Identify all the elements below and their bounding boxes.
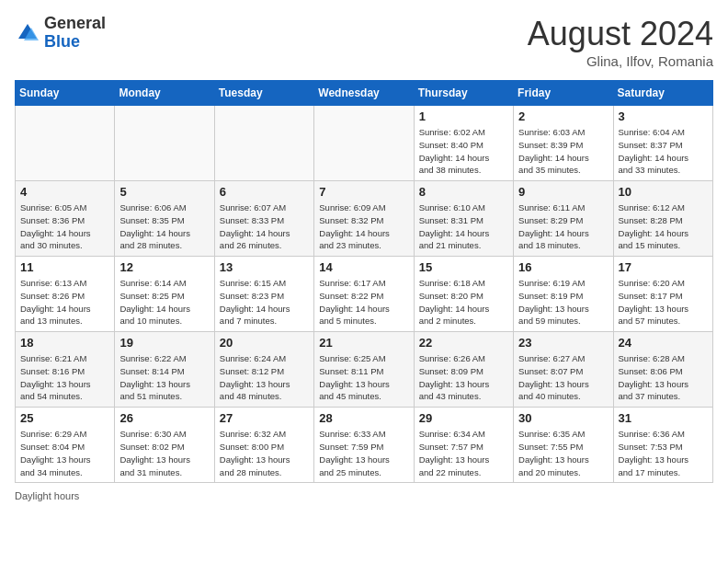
day-number: 27 — [220, 411, 309, 425]
calendar-cell: 29Sunrise: 6:34 AM Sunset: 7:57 PM Dayli… — [414, 408, 513, 483]
day-number: 17 — [619, 260, 708, 274]
day-number: 7 — [319, 185, 408, 199]
calendar-cell: 2Sunrise: 6:03 AM Sunset: 8:39 PM Daylig… — [514, 106, 613, 181]
calendar-cell: 25Sunrise: 6:29 AM Sunset: 8:04 PM Dayli… — [16, 408, 115, 483]
weekday-header-saturday: Saturday — [613, 81, 712, 106]
day-number: 19 — [119, 336, 209, 350]
calendar-cell: 22Sunrise: 6:26 AM Sunset: 8:09 PM Dayli… — [414, 332, 513, 408]
calendar-cell: 26Sunrise: 6:30 AM Sunset: 8:02 PM Dayli… — [115, 408, 214, 483]
calendar-week-row: 1Sunrise: 6:02 AM Sunset: 8:40 PM Daylig… — [16, 106, 713, 181]
day-number: 6 — [220, 185, 309, 199]
day-info: Sunrise: 6:27 AM Sunset: 8:07 PM Dayligh… — [518, 352, 608, 403]
day-info: Sunrise: 6:15 AM Sunset: 8:23 PM Dayligh… — [220, 277, 309, 327]
calendar-cell — [16, 106, 115, 181]
daylight-label: Daylight hours — [15, 490, 79, 501]
calendar-cell: 11Sunrise: 6:13 AM Sunset: 8:26 PM Dayli… — [16, 257, 115, 332]
day-info: Sunrise: 6:04 AM Sunset: 8:37 PM Dayligh… — [619, 126, 708, 177]
day-info: Sunrise: 6:32 AM Sunset: 8:00 PM Dayligh… — [220, 428, 309, 478]
day-info: Sunrise: 6:25 AM Sunset: 8:11 PM Dayligh… — [319, 352, 408, 403]
calendar-cell: 23Sunrise: 6:27 AM Sunset: 8:07 PM Dayli… — [514, 332, 613, 408]
day-info: Sunrise: 6:05 AM Sunset: 8:36 PM Dayligh… — [20, 201, 109, 252]
day-number: 25 — [20, 411, 109, 425]
calendar-cell: 4Sunrise: 6:05 AM Sunset: 8:36 PM Daylig… — [16, 181, 115, 257]
title-block: August 2024 Glina, Ilfov, Romania — [528, 15, 713, 69]
day-info: Sunrise: 6:34 AM Sunset: 7:57 PM Dayligh… — [419, 428, 508, 478]
calendar-week-row: 18Sunrise: 6:21 AM Sunset: 8:16 PM Dayli… — [16, 332, 713, 408]
calendar-cell: 20Sunrise: 6:24 AM Sunset: 8:12 PM Dayli… — [214, 332, 313, 408]
calendar-week-row: 25Sunrise: 6:29 AM Sunset: 8:04 PM Dayli… — [16, 408, 713, 483]
footer: Daylight hours — [15, 490, 713, 501]
calendar-cell: 13Sunrise: 6:15 AM Sunset: 8:23 PM Dayli… — [214, 257, 313, 332]
calendar-cell: 31Sunrise: 6:36 AM Sunset: 7:53 PM Dayli… — [613, 408, 712, 483]
day-number: 8 — [419, 185, 508, 199]
day-number: 24 — [619, 336, 708, 350]
day-number: 21 — [319, 336, 408, 350]
calendar-table: SundayMondayTuesdayWednesdayThursdayFrid… — [15, 80, 713, 483]
day-info: Sunrise: 6:10 AM Sunset: 8:31 PM Dayligh… — [419, 201, 508, 252]
weekday-header-tuesday: Tuesday — [214, 81, 313, 106]
day-number: 22 — [419, 336, 508, 350]
day-number: 11 — [20, 260, 109, 274]
day-info: Sunrise: 6:35 AM Sunset: 7:55 PM Dayligh… — [518, 428, 608, 478]
calendar-week-row: 4Sunrise: 6:05 AM Sunset: 8:36 PM Daylig… — [16, 181, 713, 257]
day-info: Sunrise: 6:21 AM Sunset: 8:16 PM Dayligh… — [20, 352, 109, 403]
calendar-cell — [115, 106, 214, 181]
calendar-cell — [214, 106, 313, 181]
month-year: August 2024 — [528, 15, 713, 53]
calendar-week-row: 11Sunrise: 6:13 AM Sunset: 8:26 PM Dayli… — [16, 257, 713, 332]
day-number: 12 — [119, 260, 209, 274]
day-number: 18 — [20, 336, 109, 350]
weekday-header-row: SundayMondayTuesdayWednesdayThursdayFrid… — [16, 81, 713, 106]
day-number: 15 — [419, 260, 508, 274]
day-info: Sunrise: 6:28 AM Sunset: 8:06 PM Dayligh… — [619, 352, 708, 403]
day-info: Sunrise: 6:26 AM Sunset: 8:09 PM Dayligh… — [419, 352, 508, 403]
day-number: 3 — [619, 109, 708, 123]
calendar-cell: 3Sunrise: 6:04 AM Sunset: 8:37 PM Daylig… — [613, 106, 712, 181]
day-info: Sunrise: 6:14 AM Sunset: 8:25 PM Dayligh… — [119, 277, 209, 327]
calendar-cell: 8Sunrise: 6:10 AM Sunset: 8:31 PM Daylig… — [414, 181, 513, 257]
day-number: 13 — [220, 260, 309, 274]
day-info: Sunrise: 6:11 AM Sunset: 8:29 PM Dayligh… — [518, 201, 608, 252]
logo: General Blue — [15, 15, 106, 52]
day-info: Sunrise: 6:07 AM Sunset: 8:33 PM Dayligh… — [220, 201, 309, 252]
calendar-cell: 16Sunrise: 6:19 AM Sunset: 8:19 PM Dayli… — [514, 257, 613, 332]
weekday-header-friday: Friday — [514, 81, 613, 106]
calendar-cell: 9Sunrise: 6:11 AM Sunset: 8:29 PM Daylig… — [514, 181, 613, 257]
day-number: 29 — [419, 411, 508, 425]
day-info: Sunrise: 6:02 AM Sunset: 8:40 PM Dayligh… — [419, 126, 508, 177]
calendar-cell: 10Sunrise: 6:12 AM Sunset: 8:28 PM Dayli… — [613, 181, 712, 257]
day-info: Sunrise: 6:36 AM Sunset: 7:53 PM Dayligh… — [619, 428, 708, 478]
day-number: 10 — [619, 185, 708, 199]
day-number: 20 — [220, 336, 309, 350]
weekday-header-sunday: Sunday — [16, 81, 115, 106]
calendar-cell: 1Sunrise: 6:02 AM Sunset: 8:40 PM Daylig… — [414, 106, 513, 181]
logo-general-text: General — [44, 14, 106, 32]
day-number: 5 — [119, 185, 209, 199]
day-info: Sunrise: 6:13 AM Sunset: 8:26 PM Dayligh… — [20, 277, 109, 327]
day-number: 1 — [419, 109, 508, 123]
day-number: 2 — [518, 109, 608, 123]
logo-blue-text: Blue — [44, 32, 80, 51]
day-number: 31 — [619, 411, 708, 425]
calendar-cell: 17Sunrise: 6:20 AM Sunset: 8:17 PM Dayli… — [613, 257, 712, 332]
day-number: 30 — [518, 411, 608, 425]
day-number: 16 — [518, 260, 608, 274]
calendar-cell: 21Sunrise: 6:25 AM Sunset: 8:11 PM Dayli… — [314, 332, 414, 408]
day-info: Sunrise: 6:17 AM Sunset: 8:22 PM Dayligh… — [319, 277, 408, 327]
calendar-cell: 15Sunrise: 6:18 AM Sunset: 8:20 PM Dayli… — [414, 257, 513, 332]
calendar-cell: 30Sunrise: 6:35 AM Sunset: 7:55 PM Dayli… — [514, 408, 613, 483]
day-info: Sunrise: 6:33 AM Sunset: 7:59 PM Dayligh… — [319, 428, 408, 478]
calendar-cell: 7Sunrise: 6:09 AM Sunset: 8:32 PM Daylig… — [314, 181, 414, 257]
day-info: Sunrise: 6:06 AM Sunset: 8:35 PM Dayligh… — [119, 201, 209, 252]
calendar-cell: 28Sunrise: 6:33 AM Sunset: 7:59 PM Dayli… — [314, 408, 414, 483]
day-info: Sunrise: 6:24 AM Sunset: 8:12 PM Dayligh… — [220, 352, 309, 403]
day-number: 28 — [319, 411, 408, 425]
day-number: 4 — [20, 185, 109, 199]
day-info: Sunrise: 6:20 AM Sunset: 8:17 PM Dayligh… — [619, 277, 708, 327]
calendar-cell: 5Sunrise: 6:06 AM Sunset: 8:35 PM Daylig… — [115, 181, 214, 257]
calendar-cell: 18Sunrise: 6:21 AM Sunset: 8:16 PM Dayli… — [16, 332, 115, 408]
weekday-header-thursday: Thursday — [414, 81, 513, 106]
calendar-cell: 19Sunrise: 6:22 AM Sunset: 8:14 PM Dayli… — [115, 332, 214, 408]
logo-icon — [15, 20, 40, 46]
weekday-header-wednesday: Wednesday — [314, 81, 414, 106]
